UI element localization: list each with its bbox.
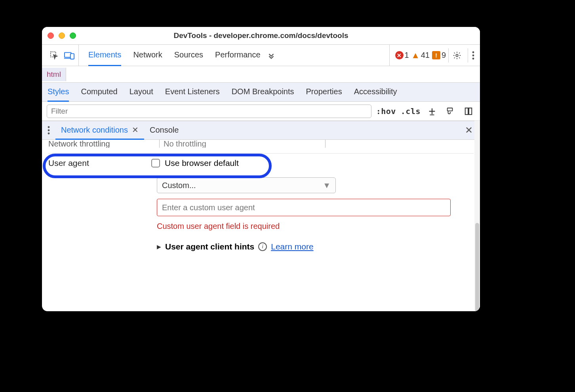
- titlebar: DevTools - developer.chrome.com/docs/dev…: [42, 27, 480, 44]
- errors-badge[interactable]: ✕ 1: [395, 51, 409, 60]
- user-agent-row: User agent Use browser default: [48, 158, 474, 168]
- drawer-tab-network-conditions[interactable]: Network conditions ✕: [55, 121, 144, 140]
- issues-badge[interactable]: ! 9: [432, 51, 446, 60]
- minimize-window-button[interactable]: [59, 32, 65, 39]
- client-hints-row: ▶ User agent client hints i Learn more: [157, 242, 474, 251]
- custom-user-agent-input[interactable]: [157, 199, 451, 216]
- styles-filter-input[interactable]: [47, 105, 371, 118]
- close-window-button[interactable]: [48, 32, 54, 39]
- svg-rect-13: [469, 108, 472, 114]
- close-tab-icon[interactable]: ✕: [132, 125, 139, 135]
- new-style-rule-button[interactable]: [425, 107, 439, 116]
- tab-elements[interactable]: Elements: [88, 45, 121, 66]
- subtab-event-listeners[interactable]: Event Listeners: [165, 83, 220, 102]
- user-agent-label: User agent: [48, 158, 151, 168]
- drawer: Network conditions ✕ Console ✕ Network t…: [42, 121, 480, 311]
- svg-point-6: [472, 54, 474, 56]
- svg-point-4: [456, 54, 458, 57]
- warning-icon: ▲: [411, 51, 420, 59]
- more-tabs-button[interactable]: [261, 45, 282, 66]
- devtools-window: DevTools - developer.chrome.com/docs/dev…: [42, 27, 480, 311]
- tab-performance[interactable]: Performance: [215, 45, 261, 66]
- zoom-window-button[interactable]: [70, 32, 76, 39]
- hover-toggle[interactable]: :hov: [376, 107, 396, 116]
- svg-point-5: [472, 51, 474, 53]
- warnings-badge[interactable]: ▲ 41: [411, 51, 430, 60]
- panel-tabs: Elements Network Sources Performance: [83, 45, 261, 66]
- window-title: DevTools - developer.chrome.com/docs/dev…: [42, 31, 480, 40]
- paint-flashing-icon[interactable]: [444, 107, 457, 116]
- svg-point-14: [48, 126, 50, 128]
- svg-rect-12: [465, 108, 468, 114]
- styles-toolbar: :hov .cls: [42, 102, 480, 121]
- issues-icon: !: [432, 51, 440, 59]
- checkbox-icon: [151, 159, 160, 167]
- drawer-tabs: Network conditions ✕ Console ✕: [42, 121, 480, 140]
- settings-button[interactable]: [448, 48, 465, 63]
- dom-breadcrumb: html: [42, 66, 480, 83]
- user-agent-select[interactable]: Custom... ▼: [157, 177, 336, 193]
- tab-network[interactable]: Network: [133, 45, 162, 66]
- subtab-computed[interactable]: Computed: [81, 83, 117, 102]
- throttling-select[interactable]: No throttling: [159, 140, 326, 148]
- svg-rect-3: [70, 53, 74, 59]
- svg-point-16: [48, 133, 50, 135]
- user-agent-controls: Custom... ▼ Custom user agent field is r…: [157, 177, 474, 251]
- use-browser-default-checkbox[interactable]: Use browser default: [151, 158, 239, 168]
- toolbar-status: ✕ 1 ▲ 41 ! 9: [389, 45, 480, 66]
- drawer-menu-button[interactable]: [42, 121, 55, 139]
- drawer-tab-console[interactable]: Console: [144, 121, 184, 140]
- crumb-html[interactable]: html: [42, 68, 66, 81]
- throttling-label: Network throttling: [48, 140, 147, 148]
- svg-point-7: [472, 57, 474, 59]
- subtab-properties[interactable]: Properties: [306, 83, 342, 102]
- more-menu-button[interactable]: [468, 48, 478, 63]
- cls-toggle[interactable]: .cls: [401, 107, 421, 116]
- user-agent-error: Custom user agent field is required: [157, 222, 474, 231]
- info-icon[interactable]: i: [258, 242, 267, 251]
- svg-point-15: [48, 129, 50, 131]
- learn-more-link[interactable]: Learn more: [271, 242, 313, 251]
- subtab-accessibility[interactable]: Accessibility: [354, 83, 397, 102]
- device-toggle-icon[interactable]: [64, 51, 74, 60]
- svg-rect-11: [447, 108, 453, 110]
- client-hints-label: User agent client hints: [165, 242, 254, 251]
- disclosure-triangle-icon[interactable]: ▶: [157, 244, 161, 250]
- dropdown-caret-icon: ▼: [323, 181, 331, 190]
- elements-subtabs: Styles Computed Layout Event Listeners D…: [42, 83, 480, 102]
- subtab-styles[interactable]: Styles: [48, 83, 69, 102]
- error-icon: ✕: [395, 51, 404, 59]
- subtab-dom-breakpoints[interactable]: DOM Breakpoints: [232, 83, 294, 102]
- throttling-row: Network throttling No throttling: [48, 140, 474, 148]
- traffic-lights: [48, 32, 76, 39]
- divider: [48, 153, 474, 154]
- scrollbar-thumb[interactable]: [475, 223, 479, 311]
- inspect-icon[interactable]: [50, 51, 59, 60]
- computed-panel-icon[interactable]: [462, 107, 475, 116]
- main-toolbar: Elements Network Sources Performance ✕ 1…: [42, 44, 480, 66]
- tab-sources[interactable]: Sources: [174, 45, 203, 66]
- network-conditions-panel: Network throttling No throttling User ag…: [42, 140, 480, 311]
- subtab-layout[interactable]: Layout: [129, 83, 153, 102]
